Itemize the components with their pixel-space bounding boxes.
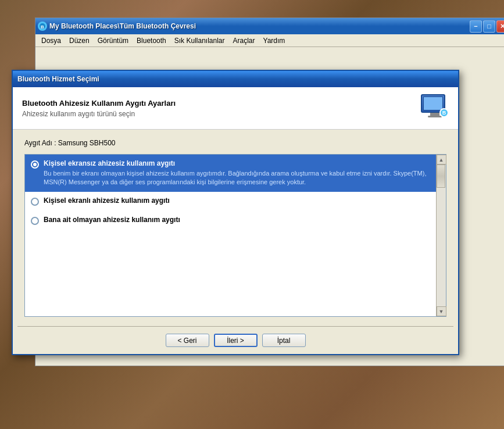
monitor-base bbox=[428, 116, 442, 117]
option-desc-1: Bu benim bir ekranı olmayan kişisel ahiz… bbox=[44, 169, 430, 187]
dialog-title: Bluetooth Hizmet Seçimi bbox=[17, 75, 453, 83]
dialog-header-text: Bluetooth Ahizesiz Kullanım Aygıtı Ayarl… bbox=[22, 99, 421, 118]
scroll-thumb[interactable] bbox=[437, 165, 445, 188]
menu-bluetooth[interactable]: Bluetooth bbox=[133, 35, 170, 46]
option-item-2[interactable]: Kişisel ekranlı ahizesiz kullanım aygıtı bbox=[25, 192, 436, 211]
device-name-label: Aygıt Adı : Samsung SBH500 bbox=[24, 139, 446, 147]
radio-dot-1 bbox=[33, 163, 37, 166]
option-title-3: Bana ait olmayan ahizesiz kullanım aygıt… bbox=[44, 216, 430, 224]
options-list: Kişisel ekransız ahizesiz kullanım aygıt… bbox=[25, 155, 436, 316]
radio-2 bbox=[31, 198, 39, 206]
scrollbar: ▲ ▼ bbox=[436, 155, 446, 316]
next-button[interactable]: İleri > bbox=[214, 334, 258, 347]
bluetooth-dialog: Bluetooth Hizmet Seçimi Bluetooth Ahizes… bbox=[12, 70, 459, 355]
explorer-titlebar: B My Bluetooth Places\Tüm Bluetooth Çevr… bbox=[35, 18, 504, 34]
option-text-2: Kişisel ekranlı ahizesiz kullanım aygıtı bbox=[44, 196, 430, 206]
option-item-1[interactable]: Kişisel ekransız ahizesiz kullanım aygıt… bbox=[25, 155, 436, 192]
dialog-header: Bluetooth Ahizesiz Kullanım Aygıtı Ayarl… bbox=[13, 87, 458, 130]
minimize-button[interactable]: − bbox=[470, 20, 482, 33]
dialog-header-subtitle: Ahizesiz kullanım aygıtı türünü seçin bbox=[22, 110, 421, 118]
scroll-down-arrow[interactable]: ▼ bbox=[437, 306, 446, 316]
option-item-3[interactable]: Bana ait olmayan ahizesiz kullanım aygıt… bbox=[25, 211, 436, 230]
bluetooth-badge-icon: B bbox=[439, 108, 449, 117]
menu-yardim[interactable]: Yardım bbox=[260, 35, 289, 46]
menu-sik-kullanilanlar[interactable]: Sık Kullanılanlar bbox=[171, 35, 228, 46]
monitor-icon: B bbox=[421, 94, 449, 122]
radio-1 bbox=[31, 160, 39, 169]
option-text-3: Bana ait olmayan ahizesiz kullanım aygıt… bbox=[44, 216, 430, 226]
scroll-track bbox=[437, 165, 446, 306]
cancel-button[interactable]: İptal bbox=[262, 334, 306, 347]
option-text-1: Kişisel ekransız ahizesiz kullanım aygıt… bbox=[44, 159, 430, 187]
dialog-titlebar: Bluetooth Hizmet Seçimi bbox=[13, 71, 458, 87]
menu-araclar[interactable]: Araçlar bbox=[230, 35, 259, 46]
svg-text:B: B bbox=[41, 24, 44, 30]
monitor-screen bbox=[423, 96, 443, 110]
close-button[interactable]: ✕ bbox=[496, 20, 504, 33]
dialog-header-title: Bluetooth Ahizesiz Kullanım Aygıtı Ayarl… bbox=[22, 99, 421, 108]
scroll-up-arrow[interactable]: ▲ bbox=[437, 155, 446, 165]
option-title-2: Kişisel ekranlı ahizesiz kullanım aygıtı bbox=[44, 196, 430, 205]
dialog-content: Aygıt Adı : Samsung SBH500 Kişisel ekran… bbox=[13, 130, 458, 326]
explorer-title: My Bluetooth Places\Tüm Bluetooth Çevres… bbox=[49, 22, 467, 30]
dialog-overlay: Bluetooth Hizmet Seçimi Bluetooth Ahizes… bbox=[12, 70, 459, 395]
menu-duzen[interactable]: Düzen bbox=[66, 35, 93, 46]
maximize-button[interactable]: □ bbox=[483, 20, 495, 33]
options-container: Kişisel ekransız ahizesiz kullanım aygıt… bbox=[24, 154, 446, 317]
window-controls: − □ ✕ bbox=[470, 20, 504, 33]
dialog-footer: < Geri İleri > İptal bbox=[13, 327, 458, 354]
radio-3 bbox=[31, 217, 39, 225]
menu-goruntum[interactable]: Görüntüm bbox=[94, 35, 132, 46]
explorer-title-icon: B bbox=[38, 22, 47, 31]
menu-dosya[interactable]: Dosya bbox=[38, 35, 65, 46]
back-button[interactable]: < Geri bbox=[166, 334, 209, 347]
explorer-menubar: Dosya Düzen Görüntüm Bluetooth Sık Kulla… bbox=[35, 34, 504, 47]
option-title-1: Kişisel ekransız ahizesiz kullanım aygıt… bbox=[44, 159, 430, 167]
